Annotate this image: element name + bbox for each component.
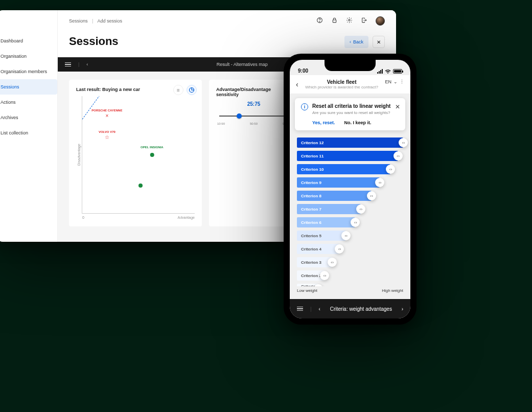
scatter-point[interactable] [138,180,143,190]
scatter-plot[interactable]: PORSCHE CAYENNE×VOLVO V70☆OPEL INSIGNIA [82,96,195,214]
modal-title: Reset all criteria to linear weight [312,103,390,109]
hamburger-icon[interactable] [65,62,71,67]
avatar[interactable] [376,16,385,26]
lock-icon[interactable] [331,16,338,26]
criterion-row: Criterion 11‹ › [297,151,403,161]
scatter-point[interactable]: PORSCHE CAYENNE× [91,109,122,119]
criterion-handle[interactable]: ‹ › [375,178,384,187]
criterion-handle[interactable]: ‹ › [367,191,376,200]
sidebar-item-sessions[interactable]: Sessions [0,79,57,95]
page-title: Sessions [69,35,119,48]
svg-point-1 [319,21,320,22]
criterion-handle[interactable]: ‹ › [328,258,337,267]
criterion-bar: Criterion 8 [297,191,372,201]
topbar: Sessions | Add sessios [58,10,396,32]
criterion-bar: Criterion 5 [297,231,346,241]
chevron-down-icon: ⌄ [394,79,398,84]
x-axis-label: Advantage [178,216,195,219]
criterion-handle[interactable]: ‹ › [394,151,403,161]
sensitivity-slider[interactable] [219,110,288,122]
list-view-icon[interactable]: ≡ [173,85,183,95]
criterion-bar: Criterion 10 [297,164,390,174]
sidebar-item-archives[interactable]: Archives [0,110,57,125]
svg-point-3 [349,19,350,21]
criteria-list: Criterion 12‹ ›Criterion 11‹ ›Criterion … [290,134,410,286]
criterion-bar: Criterion 4 [297,244,339,254]
criterion-handle[interactable]: ‹ › [351,218,360,227]
criterion-handle[interactable]: ‹ › [341,231,351,240]
sidebar: DashboardOrganisationOrganisation member… [0,10,58,242]
footer-prev-icon[interactable]: ‹ [319,306,320,312]
modal-cancel-button[interactable]: No. I keep it. [344,120,372,125]
modal-confirm-button[interactable]: Yes, reset. [312,120,335,125]
sidebar-item-organisation-members[interactable]: Organisation members [0,64,57,79]
criterion-handle[interactable]: ‹ › [320,271,329,280]
weight-high-label: High weight [382,288,403,293]
y-axis-label: Disadvantage [76,96,82,214]
criterion-row: Criterion 9‹ › [297,177,403,188]
footer-next-icon[interactable]: › [402,306,403,312]
chevron-left-icon: ‹ [350,39,351,44]
criterion-row: Criterion 3‹ › [297,257,403,267]
battery-icon [393,69,402,74]
svg-rect-2 [333,20,336,22]
criterion-handle[interactable]: ‹ › [386,165,395,174]
wifi-icon [385,69,391,74]
criterion-row: Criterion 1‹ › [297,284,403,286]
footer-title: Criteria: weight advantages [328,306,395,312]
breadcrumb: Sessions | Add sessios [69,18,122,24]
close-icon: ✕ [377,39,381,45]
phone-mock: 9:00 ‹ Vehicle fleet Which provider is a… [284,54,417,325]
phone-header: ‹ Vehicle fleet Which provider is awarde… [290,75,410,94]
modal-close-icon[interactable]: ✕ [395,103,400,110]
criterion-row: Criterion 4‹ › [297,244,403,254]
chevron-left-icon[interactable]: ‹ [86,62,88,67]
criterion-handle[interactable]: ‹ › [335,244,344,254]
slider-tick: 10:90 [217,122,225,125]
logout-icon[interactable] [361,16,367,26]
modal-subtitle: Are you sure you want to reset all weigh… [312,110,399,115]
criterion-row: Criterion 7‹ › [297,204,403,214]
hamburger-icon[interactable] [297,307,303,311]
sidebar-item-actions[interactable]: Actions [0,95,57,110]
phone-title: Vehicle fleet [303,79,381,85]
back-button[interactable]: ‹ Back [344,36,368,48]
scatter-point[interactable]: OPEL INSIGNIA [141,146,164,159]
sidebar-item-list-collection[interactable]: List collection [0,125,57,141]
criterion-row: Criterion 5‹ › [297,231,403,241]
criterion-bar: Criterion 12 [297,138,403,148]
criterion-row: Criterion 2‹ › [297,270,403,281]
phone-back-button[interactable]: ‹ [296,79,298,88]
close-button[interactable]: ✕ [373,36,385,48]
weight-low-label: Low weight [297,288,317,293]
sidebar-item-organisation[interactable]: Organisation [0,49,57,64]
scatter-card: Last result: Buying a new car ≡ Disadvan… [69,80,202,226]
crumb-add[interactable]: Add sessios [97,18,122,24]
chart-view-icon[interactable] [187,85,197,95]
scatter-point[interactable]: VOLVO V70☆ [99,130,115,140]
sidebar-item-dashboard[interactable]: Dashboard [0,33,57,49]
info-icon: i [301,103,308,110]
criterion-bar: Criterion 9 [297,177,380,188]
criterion-bar: Criterion 6 [297,217,355,227]
sensitivity-title: Advantage/Disadvantage sensitivity [216,87,291,97]
criterion-handle[interactable]: ‹ › [399,138,408,147]
slider-tick: 50:50 [250,122,258,125]
signal-icon [377,69,383,74]
phone-footer: | ‹ Criteria: weight advantages › [290,299,410,318]
criterion-bar: Criterion 11 [297,151,398,161]
sensitivity-ratio: 25:75 [216,101,291,107]
crumb-sessions[interactable]: Sessions [69,18,88,24]
statusbar-time: 9:00 [298,68,308,74]
criterion-bar: Criterion 7 [297,204,361,214]
more-icon[interactable]: ⋮ [400,79,404,84]
criterion-handle[interactable]: ‹ › [356,204,365,214]
help-icon[interactable] [316,16,323,26]
criterion-row: Criterion 6‹ › [297,217,403,227]
language-select[interactable]: EN [385,79,391,84]
slider-knob[interactable] [237,113,242,119]
gear-icon[interactable] [346,16,353,26]
criterion-row: Criterion 12‹ › [297,138,403,148]
criterion-row: Criterion 8‹ › [297,191,403,201]
x-axis-origin: 0 [82,216,84,219]
